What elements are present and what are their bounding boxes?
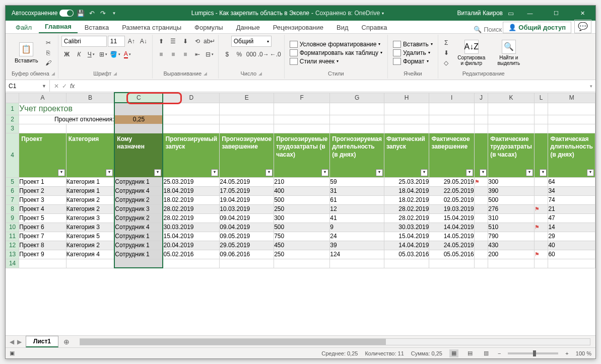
underline-button[interactable]: Ч▾ bbox=[86, 49, 97, 60]
copy-icon[interactable]: ⎘ bbox=[43, 48, 53, 57]
undo-icon[interactable]: ↶ bbox=[88, 9, 96, 17]
col-header-K[interactable]: K bbox=[488, 93, 535, 103]
comments-button[interactable]: 💬 bbox=[574, 20, 591, 33]
user-name[interactable]: Виталий Каиров bbox=[457, 10, 503, 17]
cell-r7-c10[interactable] bbox=[474, 195, 488, 204]
zoom-out-icon[interactable]: − bbox=[498, 350, 501, 356]
font-size-select[interactable]: 11 bbox=[108, 36, 125, 47]
cell-r5-c10[interactable]: ⚑ bbox=[474, 177, 488, 186]
cell-r13-c2[interactable]: Категория 4 bbox=[66, 250, 114, 259]
zoom-slider[interactable] bbox=[508, 352, 558, 354]
view-normal-icon[interactable]: ▦ bbox=[449, 349, 458, 357]
cell-r9-c10[interactable] bbox=[474, 213, 488, 223]
cell-r5-c7[interactable]: 59 bbox=[330, 177, 384, 186]
cell-r5-c8[interactable]: 25.03.2019 bbox=[384, 177, 429, 186]
tab-home[interactable]: Главная bbox=[39, 21, 78, 33]
cell-r5-c13[interactable]: 64 bbox=[548, 177, 595, 186]
cell-r8-c10[interactable] bbox=[474, 204, 488, 213]
cell-r7-c7[interactable]: 61 bbox=[330, 195, 384, 204]
border-button[interactable]: ⊞▾ bbox=[98, 49, 109, 60]
row-header-8[interactable]: 8 bbox=[6, 204, 19, 213]
cell-r12-c5[interactable]: 29.05.2019 bbox=[220, 241, 274, 250]
row-header-14[interactable]: 14 bbox=[6, 259, 19, 268]
cell-r13-c13[interactable]: 60 bbox=[548, 250, 595, 259]
cell-r6-c12[interactable] bbox=[534, 186, 548, 195]
font-color-button[interactable]: А▾ bbox=[122, 49, 133, 60]
cell-r5-c11[interactable]: 300 bbox=[488, 177, 535, 186]
row-header-7[interactable]: 7 bbox=[6, 195, 19, 204]
ribbon-options-icon[interactable]: ▭ bbox=[507, 9, 515, 17]
comma-icon[interactable]: 000 bbox=[246, 49, 257, 60]
cell-r9-c13[interactable]: 47 bbox=[548, 213, 595, 223]
col-header-I[interactable]: I bbox=[429, 93, 474, 103]
cell-r11-c3[interactable]: Сотрудник 1 bbox=[114, 232, 163, 241]
percent-icon[interactable]: % bbox=[234, 49, 245, 60]
col-header-L[interactable]: L bbox=[534, 93, 548, 103]
filter-dropdown-icon[interactable]: ▾ bbox=[265, 169, 273, 176]
cell-r8-c4[interactable]: 28.02.2019 bbox=[163, 204, 219, 213]
cell-r8-c13[interactable]: 21 bbox=[548, 204, 595, 213]
col-header-B[interactable]: B bbox=[66, 93, 114, 103]
align-middle-icon[interactable]: ☰ bbox=[168, 36, 179, 47]
cell-r12-c12[interactable] bbox=[534, 241, 548, 250]
close-button[interactable]: ✕ bbox=[571, 6, 593, 21]
tab-review[interactable]: Рецензирование bbox=[267, 22, 329, 33]
cell-r9-c5[interactable]: 09.04.2019 bbox=[220, 213, 274, 223]
toggle-switch[interactable] bbox=[59, 10, 74, 17]
decrease-font-icon[interactable]: A↓ bbox=[138, 36, 149, 47]
cell-r12-c6[interactable]: 450 bbox=[274, 241, 330, 250]
cell-r5-c5[interactable]: 24.05.2019 bbox=[220, 177, 274, 186]
col-header-E[interactable]: E bbox=[220, 93, 274, 103]
cell-r12-c11[interactable]: 430 bbox=[488, 241, 535, 250]
cell-r9-c1[interactable]: Проект 5 bbox=[19, 213, 66, 223]
cell-r8-c5[interactable]: 10.03.2019 bbox=[220, 204, 274, 213]
cancel-formula-icon[interactable]: ✕ bbox=[54, 83, 59, 90]
cell-r7-c9[interactable]: 02.05.2019 bbox=[429, 195, 474, 204]
wrap-text-icon[interactable]: ab↵ bbox=[204, 36, 215, 47]
filter-dropdown-icon[interactable]: ▾ bbox=[540, 169, 547, 176]
filter-dropdown-icon[interactable]: ▾ bbox=[480, 169, 487, 176]
cell-r6-c11[interactable]: 390 bbox=[488, 186, 535, 195]
cell-r8-c12[interactable]: ⚑ bbox=[534, 204, 548, 213]
align-right-icon[interactable]: ≡ bbox=[180, 49, 191, 60]
sort-filter-button[interactable]: A↓ZСортировка и фильтр bbox=[453, 39, 490, 67]
table-header-12[interactable]: Фактическая длительность (в днях)▾ bbox=[548, 133, 595, 177]
conditional-formatting-button[interactable]: Условное форматирование▾ bbox=[288, 40, 384, 48]
cell-r11-c6[interactable]: 750 bbox=[274, 232, 330, 241]
cell-r13-c4[interactable]: 05.02.2016 bbox=[163, 250, 219, 259]
cell-r10-c7[interactable]: 9 bbox=[330, 223, 384, 232]
table-header-6[interactable]: Прогнозируемая длительность (в днях)▾ bbox=[330, 133, 384, 177]
cell-r12-c13[interactable]: 40 bbox=[548, 241, 595, 250]
cell-r13-c12[interactable]: ⚑ bbox=[534, 250, 548, 259]
sheet-prev-icon[interactable]: ◀ bbox=[10, 338, 14, 345]
tab-view[interactable]: Вид bbox=[330, 22, 355, 33]
col-header-J[interactable]: J bbox=[474, 93, 488, 103]
cell-r13-c10[interactable] bbox=[474, 250, 488, 259]
cell-r8-c2[interactable]: Категория 2 bbox=[66, 204, 114, 213]
cell-r11-c1[interactable]: Проект 7 bbox=[19, 232, 66, 241]
dec-decimal-icon[interactable]: ←.0 bbox=[270, 49, 281, 60]
paste-button[interactable]: 📋Вставить bbox=[12, 41, 41, 64]
cell-r13-c6[interactable]: 250 bbox=[274, 250, 330, 259]
cell-r12-c4[interactable]: 20.04.2019 bbox=[163, 241, 219, 250]
cell-r13-c1[interactable]: Проект 9 bbox=[19, 250, 66, 259]
cell-r8-c11[interactable]: 276 bbox=[488, 204, 535, 213]
accept-formula-icon[interactable]: ✓ bbox=[62, 83, 67, 90]
cell-r7-c2[interactable]: Категория 2 bbox=[66, 195, 114, 204]
cell-r10-c4[interactable]: 30.03.2019 bbox=[163, 223, 219, 232]
cell-r6-c8[interactable]: 18.04.2019 bbox=[384, 186, 429, 195]
share-button[interactable]: 👤 Общий доступ bbox=[503, 22, 571, 33]
cell-styles-button[interactable]: Стили ячеек▾ bbox=[288, 57, 384, 65]
cell-r10-c11[interactable]: 510 bbox=[488, 223, 535, 232]
zoom-in-icon[interactable]: + bbox=[565, 350, 568, 356]
row-header-4[interactable]: 4 bbox=[6, 133, 19, 177]
delete-cells-button[interactable]: Удалить▾ bbox=[391, 49, 435, 57]
table-header-7[interactable]: Фактический запуск▾ bbox=[384, 133, 429, 177]
fill-color-button[interactable]: 🪣▾ bbox=[110, 49, 121, 60]
col-header-A[interactable]: A bbox=[19, 93, 66, 103]
cell-r11-c7[interactable]: 24 bbox=[330, 232, 384, 241]
cell-dev-label[interactable]: Процент отклонения: bbox=[19, 115, 115, 124]
tab-help[interactable]: Справка bbox=[356, 22, 393, 33]
view-pagebreak-icon[interactable]: ▥ bbox=[482, 349, 491, 357]
row-header-11[interactable]: 11 bbox=[6, 232, 19, 241]
